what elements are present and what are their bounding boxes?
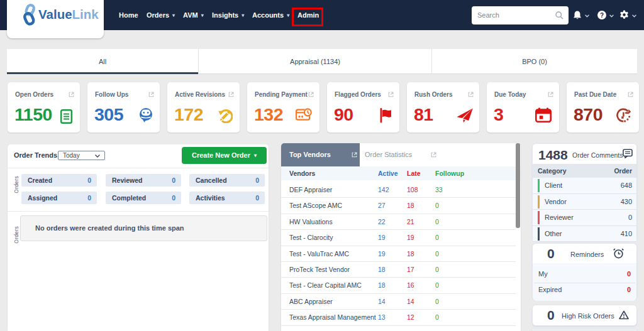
svg-text:ValueLink: ValueLink xyxy=(38,7,99,21)
svg-text:?: ? xyxy=(600,12,604,19)
